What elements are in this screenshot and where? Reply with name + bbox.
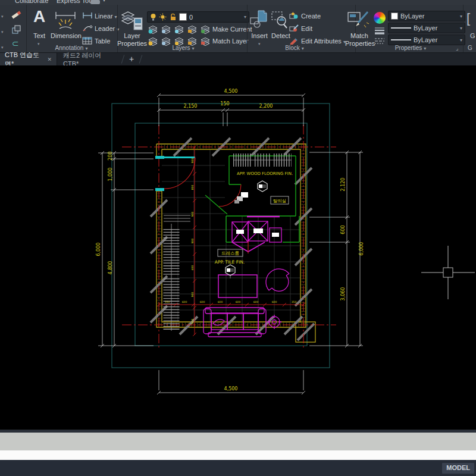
text-tool-button[interactable]: Text	[27, 32, 51, 39]
text-tool-icon[interactable]: A	[31, 7, 48, 26]
layer-freeze-tool-icon[interactable]	[174, 24, 186, 35]
match-properties-button[interactable]: Match	[345, 32, 374, 39]
create-block-icon[interactable]	[289, 11, 299, 20]
group-icon[interactable]: [	[466, 11, 470, 26]
svg-text:800: 800	[191, 185, 194, 190]
leader-button[interactable]: Leader▾	[95, 25, 119, 32]
file-tab-label: 캐드2 레이어 CTB*	[63, 51, 115, 67]
file-tab-inactive[interactable]: 캐드2 레이어 CTB*	[58, 53, 120, 65]
groups-label-clipped: G	[470, 32, 475, 39]
quick-access-button[interactable]	[90, 0, 100, 4]
lineweight-glyph	[391, 27, 411, 29]
layer-off-tool-icon[interactable]	[148, 24, 159, 35]
panel-separator	[463, 5, 464, 52]
linear-dim-icon[interactable]	[82, 12, 93, 19]
detect-icon[interactable]	[271, 10, 289, 31]
copy-icon[interactable]	[11, 24, 23, 36]
linetype-icon[interactable]	[374, 37, 386, 45]
panel-launcher-icon[interactable]: ⌟	[456, 45, 458, 51]
erase-icon[interactable]	[11, 8, 23, 20]
layer-properties-button-line2[interactable]: Properties	[117, 40, 148, 47]
command-line-history[interactable]	[0, 433, 476, 450]
red-chain-labels: 900 800 900 900 600 900 900 350 600 600 …	[165, 158, 297, 324]
linear-caret-icon: ▾	[115, 14, 117, 20]
model-space-canvas[interactable]: APP. WOOD FLOORING FIN. 탈의실 드레스룸 APP. TI…	[0, 65, 476, 430]
svg-text:600: 600	[272, 300, 277, 303]
flyout-caret-icon[interactable]: ▾	[1, 14, 4, 19]
model-space-button[interactable]: MODEL	[442, 463, 474, 474]
match-properties-button-line2[interactable]: Properties	[345, 40, 374, 47]
object-color-value: ByLayer	[400, 12, 424, 20]
dim-bottom-total: 4,500	[224, 386, 238, 392]
edit-block-icon[interactable]	[289, 24, 299, 32]
menu-bar: Collaborate Express Tools ▾	[0, 0, 476, 5]
svg-text:600: 600	[200, 300, 205, 303]
table-button[interactable]: Table	[95, 37, 110, 45]
svg-text:900: 900	[191, 292, 194, 298]
flyout-caret-icon[interactable]: ▾	[1, 45, 4, 50]
lineweight-dropdown[interactable]: ByLayer ▾	[388, 23, 465, 33]
svg-text:600: 600	[236, 300, 241, 303]
make-current-button[interactable]: Make Current	[212, 26, 252, 33]
quick-access-caret-icon[interactable]: ▾	[103, 0, 105, 3]
table-icon[interactable]	[82, 37, 93, 45]
object-color-dropdown[interactable]: ByLayer ▾	[388, 11, 465, 21]
file-tab-active[interactable]: CTB 연습도면* ✕	[0, 53, 57, 65]
properties-panel-label[interactable]: Properties▾	[381, 45, 440, 51]
linear-dim-button[interactable]: Linear▾	[95, 12, 117, 20]
autocad-window: Collaborate Express Tools ▾ ▾ ▾ ▾ ⊂ A Te…	[0, 0, 476, 476]
layer-isolate-tool-icon[interactable]	[161, 24, 173, 35]
edit-attributes-icon[interactable]	[289, 36, 299, 45]
room-upper-label: 탈의실	[273, 198, 287, 203]
offset-icon[interactable]: ⊂	[12, 39, 19, 48]
insert-button[interactable]: Insert	[247, 32, 272, 39]
menu-item-collaborate[interactable]: Collaborate	[15, 0, 48, 4]
layer-unlock-icon	[169, 13, 177, 21]
match-properties-icon[interactable]	[347, 10, 371, 32]
svg-text:600: 600	[191, 265, 194, 271]
annotation-panel-label[interactable]: Annotation▾	[36, 45, 107, 51]
dimension-texts: 4,500 2,150 150 2,200 4,500 200 1,000 6,…	[96, 89, 364, 392]
dimension-tool-icon[interactable]	[54, 11, 77, 31]
new-tab-button[interactable]: +	[126, 54, 137, 64]
lineweight-caret-icon: ▾	[460, 26, 462, 31]
panel-separator	[26, 5, 27, 52]
layer-on-bulb-icon	[150, 13, 156, 21]
tab-close-icon[interactable]: ✕	[47, 57, 52, 62]
layer-color-swatch	[179, 13, 187, 21]
flyout-caret-icon[interactable]: ▾	[1, 30, 4, 35]
lineweight-icon[interactable]	[374, 26, 386, 35]
layer-lock-tool-icon[interactable]	[187, 24, 199, 35]
match-layer-button[interactable]: Match Layer	[212, 37, 249, 45]
dimension-tool-button[interactable]: Dimension	[51, 32, 80, 39]
block-panel-label[interactable]: Block▾	[271, 45, 318, 51]
layer-properties-button[interactable]: Layer	[117, 32, 148, 39]
create-block-button[interactable]: Create	[301, 12, 321, 20]
svg-text:350: 350	[292, 300, 297, 303]
command-line-input[interactable]	[0, 450, 476, 460]
svg-text:900: 900	[191, 212, 194, 217]
layers-panel-label[interactable]: Layers▾	[149, 45, 218, 51]
object-color-swatch	[391, 12, 398, 20]
dim-right-total: 6,000	[359, 242, 364, 256]
lineweight-value: ByLayer	[414, 24, 437, 32]
edit-attributes-button[interactable]: Edit Attributes▾	[301, 37, 346, 45]
file-tab-bar: CTB 연습도면* ✕ 캐드2 레이어 CTB* +	[0, 53, 476, 65]
linetype-dropdown[interactable]: ByLayer ▾	[388, 35, 465, 45]
wardrobe-hangers	[164, 215, 190, 331]
edit-block-button[interactable]: Edit	[301, 25, 312, 32]
linetype-glyph	[391, 39, 411, 40]
color-wheel-icon[interactable]	[374, 12, 386, 24]
leader-icon[interactable]	[82, 24, 93, 32]
layer-properties-icon[interactable]	[121, 10, 143, 32]
insert-block-icon[interactable]	[250, 10, 269, 31]
insert-caret-icon[interactable]: ▾	[258, 42, 261, 46]
layer-dropdown-caret-icon: ▾	[244, 14, 246, 20]
color-dropdown-caret-icon: ▾	[460, 14, 462, 19]
svg-text:900: 900	[191, 319, 194, 324]
tile-finish-label: APP. TILE FIN.	[215, 259, 245, 265]
panel-caret-icon: ▾	[192, 46, 195, 51]
make-current-icon[interactable]	[200, 24, 212, 35]
dim-left-total: 6,000	[96, 243, 101, 256]
layer-select-dropdown[interactable]: 0 ▾	[147, 11, 249, 23]
